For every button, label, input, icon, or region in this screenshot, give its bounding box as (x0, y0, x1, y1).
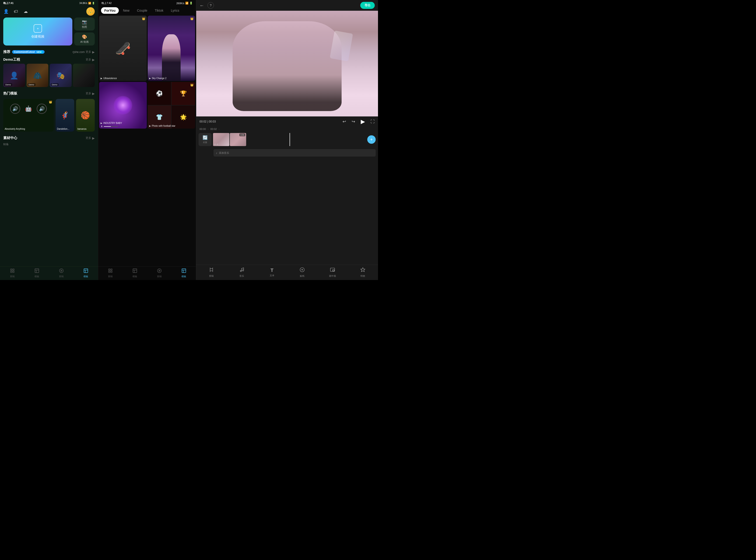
tab-foryou[interactable]: ForYou (101, 7, 119, 14)
cloud-icon[interactable]: ☁ (23, 8, 28, 14)
wifi-icon-middle: 📶 (185, 2, 188, 5)
nav-edit-1[interactable]: 剪辑 (0, 266, 24, 280)
nav-middle-template-2[interactable]: 模板 (172, 266, 196, 280)
new-badge: NEW (36, 51, 43, 54)
ai-paint-button[interactable]: 🎨 AI 绘画 (74, 33, 95, 45)
ai-paint-icon: 🎨 (82, 34, 87, 39)
nav-middle-template-1[interactable]: 模板 (123, 266, 147, 280)
hot-more-arrow: ▶ (92, 92, 95, 96)
template-card-3[interactable]: 🏀 bananza (76, 99, 95, 132)
ruler-mark-1: 00:00 (199, 128, 206, 131)
template-card-1[interactable]: 👑 🔊 🤖 🔊 Absolutely Anything (3, 99, 54, 132)
export-button[interactable]: 导出 (360, 2, 375, 9)
svg-rect-0 (11, 269, 12, 271)
tab-couple[interactable]: Couple (134, 7, 151, 14)
nav-middle-template-icon-1 (133, 268, 137, 274)
svg-rect-15 (111, 271, 112, 273)
playback-controls: ↩ ↪ ▶ ⛶ (342, 118, 375, 125)
wifi-icon-left: 📶 (88, 2, 91, 4)
crown-icon: 👑 (88, 9, 93, 14)
tab-tiktok[interactable]: Tiktok (152, 7, 166, 14)
toolbar-music[interactable]: 音乐 (226, 266, 257, 279)
profile-icon[interactable]: 👤 (3, 8, 9, 14)
clip-1[interactable]: x1.0 (213, 133, 230, 146)
demo-more-arrow: ▶ (92, 58, 95, 62)
demo-thumb-1[interactable]: 👤 Demo (3, 64, 25, 87)
materials-more[interactable]: 更多 ▶ (86, 136, 95, 140)
girl-preview (196, 11, 378, 116)
demo-more[interactable]: 更多 ▶ (86, 58, 95, 62)
clip-tracks: x1.0 3.0s (213, 133, 366, 146)
clip-2[interactable]: 3.0s (230, 133, 246, 146)
demo-thumb-3[interactable]: 🎭 Demo (50, 64, 72, 87)
toolbar-sticker[interactable]: 贴纸 (287, 266, 317, 279)
nav-middle-edit-icon-2 (157, 268, 162, 274)
ai-paint-label: AI 绘画 (80, 40, 88, 44)
nav-template-2[interactable]: 模板 (74, 266, 98, 280)
question-button[interactable]: ? (207, 2, 214, 8)
toolbar-text-label: 文本 (270, 274, 274, 277)
template-ultraviolence[interactable]: 🛹 👑 ▶ Ultraviolence (99, 16, 147, 81)
demo-label-3: Demo (51, 83, 59, 86)
toolbar-edit[interactable]: 剪辑 (196, 266, 226, 279)
nav-template-label-1: 模板 (35, 275, 39, 278)
nav-middle-edit-1[interactable]: 剪辑 (98, 266, 123, 280)
back-icon[interactable]: ← (199, 3, 204, 8)
materials-subtitle: 转场 (0, 143, 98, 146)
toolbar-pip-icon (330, 267, 335, 274)
toolbar-pip[interactable]: 画中画 (317, 266, 348, 279)
discount-icon[interactable]: 🏷 (13, 8, 19, 14)
redo-button[interactable]: ↪ (352, 119, 355, 124)
play-dot-2: ▶ (149, 77, 151, 80)
toolbar-text[interactable]: T 文本 (257, 266, 287, 279)
toolbar-music-label: 音乐 (239, 274, 244, 278)
industry-playing: ⏸ (101, 125, 118, 128)
svg-rect-21 (182, 269, 186, 273)
plus-symbol: + (37, 26, 39, 30)
create-video-button[interactable]: + 创建视频 (3, 18, 72, 45)
left-column: 🛹 👑 ▶ Ultraviolence ⏸ (99, 16, 147, 266)
more-arrow-icon: ▶ (92, 50, 95, 54)
recommend-header: 推荐 CustomizedCutout NEW rjshe.com 更多 ▶ (0, 48, 98, 56)
nav-middle-edit-2[interactable]: 剪辑 (147, 266, 172, 280)
skateboard-icon: 🛹 (112, 38, 134, 59)
music-track[interactable]: ♪ 添加音乐 (214, 149, 376, 157)
hot-templates-more[interactable]: 更多 ▶ (86, 92, 95, 96)
play-button[interactable]: ▶ (361, 118, 365, 125)
demo-thumb-2[interactable]: 🧥 Demo (26, 64, 48, 87)
time-middle: 晚上7:42 (101, 1, 112, 5)
clip-duration: 3.0s (239, 134, 245, 136)
template-football[interactable]: ⚽ 🏆 👕 🌟 👑 ▶ Photo with football star (148, 82, 195, 128)
tab-lyrics[interactable]: Lyrics (167, 7, 182, 14)
nav-template-icon-1 (35, 268, 39, 274)
template-card-2[interactable]: 🦸 Dandelion... (56, 99, 74, 132)
ultraviolence-bg: 🛹 👑 ▶ Ultraviolence (99, 16, 147, 81)
play-dot-4: ▶ (149, 125, 151, 127)
add-clip-button[interactable]: + (367, 135, 376, 144)
crown-button[interactable]: 👑 (86, 7, 95, 16)
industry-baby-bg: ⏸ ▶ INDUSTRY BABY (99, 82, 147, 128)
editor-toolbar: 剪辑 音乐 T 文本 贴纸 画中画 特效 (196, 265, 378, 280)
template-title-1: Absolutely Anything (5, 128, 52, 130)
template-title-3: bananza (78, 128, 93, 130)
template-sky-change[interactable]: 👑 ▶ Sky Change 2 (148, 16, 195, 81)
editor-header-left: ← ? (199, 2, 214, 8)
nav-edit-2[interactable]: 剪辑 (49, 266, 74, 280)
svg-rect-2 (11, 271, 12, 273)
tab-new[interactable]: New (120, 7, 133, 14)
camera-button[interactable]: 📷 拍照 (74, 18, 95, 31)
toolbar-effects[interactable]: 特效 (348, 266, 378, 279)
svg-rect-16 (133, 269, 137, 273)
nav-template-1[interactable]: 模板 (24, 266, 49, 280)
template-industry-baby[interactable]: ⏸ ▶ INDUSTRY BABY (99, 82, 147, 128)
ruler-dot-1: · (208, 128, 208, 131)
fullscreen-button[interactable]: ⛶ (371, 119, 375, 124)
demo-header: Demo工程 更多 ▶ (0, 56, 98, 64)
undo-button[interactable]: ↩ (342, 119, 346, 124)
sky-change-crown: 👑 (190, 17, 194, 20)
recommend-more[interactable]: rjshe.com 更多 ▶ (73, 50, 95, 54)
demo-thumb-4[interactable] (73, 64, 95, 87)
network-speed-left: 34.8K/s (79, 2, 87, 4)
cover-track[interactable]: 🔄 封面 (199, 133, 212, 146)
speaker-right: 🔊 (37, 104, 47, 114)
